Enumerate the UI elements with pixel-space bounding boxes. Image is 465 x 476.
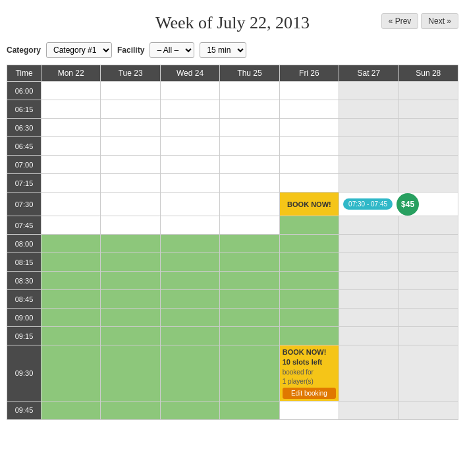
cell-mon-0645[interactable]	[41, 137, 101, 156]
cell-thu-0845[interactable]	[220, 290, 279, 309]
cell-thu-0600[interactable]	[220, 82, 279, 100]
cell-mon-0630[interactable]	[41, 119, 101, 137]
cell-wed-0715[interactable]	[160, 174, 219, 193]
cell-wed-0930[interactable]	[160, 345, 219, 402]
cell-tue-0830[interactable]	[101, 272, 160, 290]
cell-tue-0615[interactable]	[101, 100, 160, 119]
edit-booking-button[interactable]: Edit booking	[283, 388, 336, 399]
cell-tue-0745[interactable]	[101, 216, 160, 235]
cell-wed-0815[interactable]	[160, 253, 219, 272]
cell-wed-0915[interactable]	[160, 327, 219, 345]
category-select[interactable]: Category #1	[46, 42, 112, 58]
booked-for-text: booked for	[283, 368, 336, 377]
time-cell: 09:15	[7, 327, 41, 345]
cell-wed-0830[interactable]	[160, 272, 219, 290]
book-now-cell-0730[interactable]: BOOK NOW!	[279, 193, 339, 216]
cell-wed-0845[interactable]	[160, 290, 219, 309]
cell-fri-0830[interactable]	[279, 272, 339, 290]
cell-fri-0945[interactable]	[279, 401, 339, 419]
cell-tue-0700[interactable]	[101, 156, 160, 174]
cell-fri-0645[interactable]	[279, 137, 339, 156]
cell-tue-0800[interactable]	[101, 235, 160, 253]
cell-fri-0900[interactable]	[279, 309, 339, 327]
cell-fri-0745-green[interactable]	[279, 216, 339, 235]
cell-wed-0615[interactable]	[160, 100, 219, 119]
cell-mon-0600[interactable]	[41, 82, 101, 100]
cell-mon-0945[interactable]	[41, 401, 101, 419]
cell-tue-0845[interactable]	[101, 290, 160, 309]
cell-thu-0630[interactable]	[220, 119, 279, 137]
cell-wed-0730[interactable]	[160, 193, 219, 216]
cell-mon-0700[interactable]	[41, 156, 101, 174]
cell-fri-0700[interactable]	[279, 156, 339, 174]
cell-thu-0815[interactable]	[220, 253, 279, 272]
cell-thu-0715[interactable]	[220, 174, 279, 193]
cell-sat-0630	[339, 119, 398, 137]
time-slot-popup-cell[interactable]: 07:30 - 07:45 $45	[339, 193, 458, 216]
cell-fri-0715[interactable]	[279, 174, 339, 193]
cell-thu-0830[interactable]	[220, 272, 279, 290]
cell-thu-0615[interactable]	[220, 100, 279, 119]
cell-sun-0945	[398, 401, 458, 419]
cell-mon-0845[interactable]	[41, 290, 101, 309]
cell-wed-0700[interactable]	[160, 156, 219, 174]
facility-select[interactable]: – All –	[150, 42, 194, 58]
next-button[interactable]: Next »	[421, 13, 458, 29]
cell-thu-0645[interactable]	[220, 137, 279, 156]
cell-fri-0615[interactable]	[279, 100, 339, 119]
cell-wed-0600[interactable]	[160, 82, 219, 100]
cell-tue-0600[interactable]	[101, 82, 160, 100]
cell-thu-0930[interactable]	[220, 345, 279, 402]
col-header-sat: Sat 27	[339, 65, 398, 82]
cell-mon-0800[interactable]	[41, 235, 101, 253]
cell-tue-0915[interactable]	[101, 327, 160, 345]
cell-sat-0715	[339, 174, 398, 193]
cell-fri-0915[interactable]	[279, 327, 339, 345]
cell-mon-0930[interactable]	[41, 345, 101, 402]
cell-fri-0815[interactable]	[279, 253, 339, 272]
cell-tue-0645[interactable]	[101, 137, 160, 156]
cell-mon-0715[interactable]	[41, 174, 101, 193]
cell-tue-0900[interactable]	[101, 309, 160, 327]
cell-thu-0745[interactable]	[220, 216, 279, 235]
cell-fri-0845[interactable]	[279, 290, 339, 309]
col-header-time: Time	[7, 65, 41, 82]
cell-fri-0600[interactable]	[279, 82, 339, 100]
cell-tue-0630[interactable]	[101, 119, 160, 137]
table-row: 06:45	[7, 137, 458, 156]
cell-mon-0745[interactable]	[41, 216, 101, 235]
cell-wed-0645[interactable]	[160, 137, 219, 156]
cell-thu-0945[interactable]	[220, 401, 279, 419]
cell-mon-0915[interactable]	[41, 327, 101, 345]
cell-wed-0945[interactable]	[160, 401, 219, 419]
interval-select[interactable]: 15 min	[200, 42, 246, 58]
cell-mon-0815[interactable]	[41, 253, 101, 272]
cell-tue-0930[interactable]	[101, 345, 160, 402]
cell-tue-0730[interactable]	[101, 193, 160, 216]
cell-wed-0800[interactable]	[160, 235, 219, 253]
cell-thu-0800[interactable]	[220, 235, 279, 253]
cell-mon-0830[interactable]	[41, 272, 101, 290]
cell-fri-0630[interactable]	[279, 119, 339, 137]
table-row: 09:45	[7, 401, 458, 419]
cell-sun-0900	[398, 309, 458, 327]
cell-mon-0615[interactable]	[41, 100, 101, 119]
prev-button[interactable]: « Prev	[381, 13, 419, 29]
cell-thu-0900[interactable]	[220, 309, 279, 327]
cell-wed-0745[interactable]	[160, 216, 219, 235]
cell-mon-0900[interactable]	[41, 309, 101, 327]
cell-wed-0900[interactable]	[160, 309, 219, 327]
time-cell: 09:30	[7, 345, 41, 402]
booked-detail-cell[interactable]: BOOK NOW! 10 slots left booked for 1 pla…	[279, 345, 339, 402]
cell-fri-0800[interactable]	[279, 235, 339, 253]
cell-wed-0630[interactable]	[160, 119, 219, 137]
cell-thu-0700[interactable]	[220, 156, 279, 174]
cell-tue-0715[interactable]	[101, 174, 160, 193]
cell-tue-0945[interactable]	[101, 401, 160, 419]
cell-thu-0730[interactable]	[220, 193, 279, 216]
price-badge: $45	[397, 193, 419, 216]
cell-mon-0730[interactable]	[41, 193, 101, 216]
cell-tue-0815[interactable]	[101, 253, 160, 272]
cell-thu-0915[interactable]	[220, 327, 279, 345]
time-cell: 07:00	[7, 156, 41, 174]
